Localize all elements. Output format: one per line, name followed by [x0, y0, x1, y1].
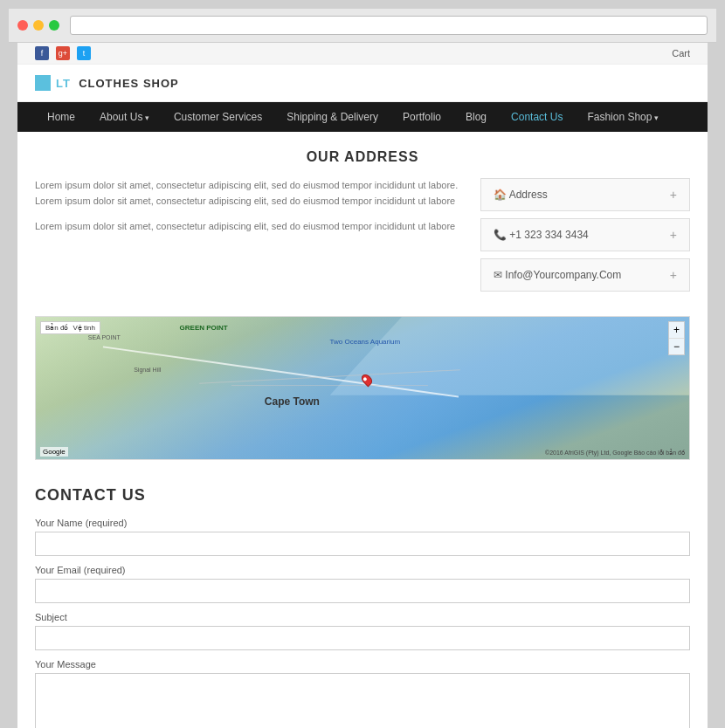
logo-lt: LT — [56, 77, 71, 90]
contact-form: Your Name (required) Your Email (require… — [35, 518, 690, 728]
map-road-3 — [231, 385, 427, 386]
map-container[interactable]: GREEN POINT Two Oceans Aquarium SEA POIN… — [35, 316, 690, 460]
name-label: Your Name (required) — [35, 518, 690, 528]
phone-box[interactable]: 📞 +1 323 334 3434 + — [480, 218, 690, 251]
address-section-title: OUR ADDRESS — [35, 149, 690, 165]
address-paragraph-1: Lorem ipsum dolor sit amet, consectetur … — [35, 178, 463, 209]
nav-customer-services[interactable]: Customer Services — [162, 102, 274, 132]
map-zoom-in[interactable]: + — [669, 322, 684, 339]
contact-form-title: CONTACT US — [35, 486, 690, 505]
twitter-icon[interactable]: t — [77, 46, 91, 60]
nav-blog[interactable]: Blog — [453, 102, 499, 132]
map-pin-dot — [362, 377, 368, 382]
social-icons: f g+ t — [35, 46, 91, 60]
subject-label: Subject — [35, 612, 690, 622]
map-signal-hill-label: Signal Hill — [134, 367, 161, 373]
nav-contact[interactable]: Contact Us — [499, 102, 575, 132]
email-field-group: Your Email (required) — [35, 565, 690, 603]
address-box-text: 🏠 Address — [494, 189, 548, 201]
browser-dot-red[interactable] — [17, 20, 28, 31]
name-field-group: Your Name (required) — [35, 518, 690, 556]
logo-icon — [35, 75, 51, 91]
browser-chrome — [9, 9, 716, 43]
email-expand-icon[interactable]: + — [670, 268, 677, 282]
address-section: Lorem ipsum dolor sit amet, consectetur … — [35, 178, 690, 299]
phone-expand-icon[interactable]: + — [670, 228, 677, 242]
phone-icon: 📞 — [494, 229, 509, 241]
logo-bar: LT CLOTHES SHOP — [17, 65, 708, 102]
map-zoom-out[interactable]: − — [669, 339, 684, 354]
map-cape-town-label: Cape Town — [265, 395, 320, 408]
message-textarea[interactable] — [35, 673, 690, 728]
address-expand-icon[interactable]: + — [670, 188, 677, 202]
map-tab-satellite[interactable]: Vệ tinh — [72, 324, 94, 332]
nav-fashion-shop[interactable]: Fashion Shop — [575, 102, 671, 132]
name-input[interactable] — [35, 532, 690, 556]
map-pin-wrapper — [362, 374, 371, 386]
message-field-group: Your Message — [35, 659, 690, 728]
map-sea-point-label: SEA POINT — [88, 334, 121, 340]
main-content: OUR ADDRESS Lorem ipsum dolor sit amet, … — [17, 132, 708, 728]
map-background: GREEN POINT Two Oceans Aquarium SEA POIN… — [36, 317, 689, 459]
facebook-icon[interactable]: f — [35, 46, 49, 60]
address-box[interactable]: 🏠 Address + — [480, 178, 690, 211]
map-two-oceans-label: Two Oceans Aquarium — [330, 338, 400, 346]
google-plus-icon[interactable]: g+ — [56, 46, 70, 60]
navigation: Home About Us Customer Services Shipping… — [17, 102, 708, 132]
phone-box-text: 📞 +1 323 334 3434 — [494, 229, 589, 241]
email-label: Your Email (required) — [35, 565, 690, 575]
subject-input[interactable] — [35, 626, 690, 650]
address-left: Lorem ipsum dolor sit amet, consectetur … — [35, 178, 463, 299]
browser-dot-green[interactable] — [49, 20, 59, 31]
address-right: 🏠 Address + 📞 +1 323 334 3434 + — [480, 178, 690, 299]
address-paragraph-2: Lorem ipsum dolor sit amet, consectetur … — [35, 219, 463, 235]
message-label: Your Message — [35, 659, 690, 670]
logo-text[interactable]: LT CLOTHES SHOP — [56, 77, 179, 90]
map-tab-map[interactable]: Bản đồ — [45, 324, 68, 332]
email-box-text: ✉ Info@Yourcompany.Com — [494, 269, 621, 281]
map-zoom-controls: + − — [668, 321, 685, 355]
subject-field-group: Subject — [35, 612, 690, 650]
nav-about[interactable]: About Us — [87, 102, 162, 132]
nav-shipping[interactable]: Shipping & Delivery — [274, 102, 390, 132]
address-bar[interactable] — [70, 16, 708, 35]
browser-dot-yellow[interactable] — [33, 20, 44, 31]
cart-link[interactable]: Cart — [672, 48, 690, 58]
page-wrapper: f g+ t Cart LT CLOTHES SHOP Home About U… — [17, 43, 708, 728]
top-bar: f g+ t Cart — [17, 43, 708, 65]
map-tab-controls: Bản đồ Vệ tinh — [40, 321, 100, 334]
nav-portfolio[interactable]: Portfolio — [390, 102, 453, 132]
logo-name: CLOTHES SHOP — [79, 77, 179, 90]
nav-home[interactable]: Home — [35, 102, 87, 132]
address-icon: 🏠 — [494, 189, 509, 201]
email-icon: ✉ — [494, 269, 505, 281]
email-box[interactable]: ✉ Info@Yourcompany.Com + — [480, 258, 690, 292]
google-logo: Google — [40, 447, 68, 457]
contact-section: CONTACT US Your Name (required) Your Ema… — [35, 486, 690, 728]
email-input[interactable] — [35, 579, 690, 603]
map-copyright: ©2016 AfriGIS (Pty) Ltd, Google Báo cáo … — [545, 450, 685, 457]
map-green-point-label: GREEN POINT — [180, 324, 228, 332]
